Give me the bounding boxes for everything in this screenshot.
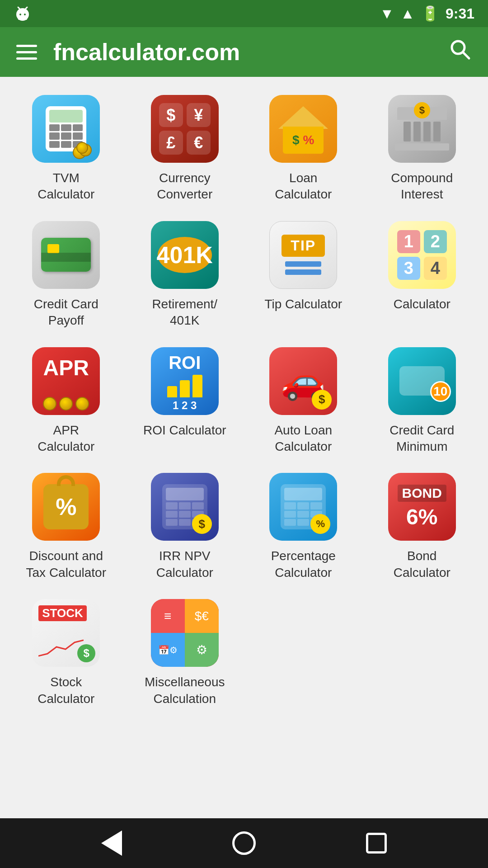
- time-display: 9:31: [446, 5, 474, 22]
- tip-icon: TIP: [269, 221, 337, 289]
- calc-label: Calculator: [394, 296, 450, 312]
- misc-calculation-item[interactable]: ≡ $€ 📅⚙ ⚙ MiscellaneousCalculation: [128, 594, 242, 712]
- cc-payoff-label: Credit CardPayoff: [34, 296, 99, 329]
- svg-line-7: [463, 52, 469, 58]
- currency-icon: $ ¥ £ €: [151, 95, 219, 163]
- retirement-label: Retirement/401K: [152, 296, 217, 329]
- recents-button[interactable]: [361, 827, 392, 859]
- auto-loan-item[interactable]: 🚗 $ Auto LoanCalculator: [246, 343, 361, 460]
- app-bar: fncalculator.com: [0, 27, 488, 77]
- currency-label: CurrencyConverter: [157, 170, 212, 203]
- calc-icon: 1 2 3 4: [388, 221, 456, 289]
- retirement-icon: 401K: [151, 221, 219, 289]
- signal-icon: ▲: [400, 5, 415, 22]
- apr-calculator-item[interactable]: APR APRCalculator: [9, 343, 123, 460]
- currency-euro: €: [187, 131, 211, 155]
- retirement-item[interactable]: 401K Retirement/401K: [128, 217, 242, 334]
- compound-icon: $: [388, 95, 456, 163]
- irr-icon: $: [151, 473, 219, 541]
- menu-button[interactable]: [16, 45, 37, 60]
- loan-calculator-item[interactable]: $ % LoanCalculator: [246, 90, 361, 208]
- ccmin-label: Credit CardMinimum: [389, 422, 454, 455]
- stock-calculator-item[interactable]: STOCK $ StockCalculator: [9, 594, 123, 712]
- roi-label: ROI Calculator: [143, 422, 226, 439]
- calculator-item[interactable]: 1 2 3 4 Calculator: [365, 217, 479, 334]
- back-button[interactable]: [96, 827, 127, 859]
- svg-rect-1: [18, 14, 27, 20]
- discount-tax-item[interactable]: % Discount andTax Calculator: [9, 468, 123, 585]
- discount-label: Discount andTax Calculator: [26, 548, 106, 581]
- svg-line-5: [25, 7, 27, 9]
- cc-payoff-icon: [32, 221, 100, 289]
- bond-calculator-item[interactable]: BOND 6% BondCalculator: [365, 468, 479, 585]
- tip-label: Tip Calculator: [264, 296, 342, 312]
- currency-dollar: $: [159, 103, 183, 127]
- loan-icon: $ %: [269, 95, 337, 163]
- ccmin-icon: 10: [388, 347, 456, 415]
- compound-label: CompoundInterest: [391, 170, 453, 203]
- tvm-calculator-item[interactable]: TVMCalculator: [9, 90, 123, 208]
- search-button[interactable]: [448, 38, 472, 66]
- auto-icon: 🚗 $: [269, 347, 337, 415]
- stock-label: StockCalculator: [38, 674, 94, 707]
- pct-icon: %: [269, 473, 337, 541]
- back-icon: [101, 830, 122, 856]
- compound-interest-item[interactable]: $ CompoundInterest: [365, 90, 479, 208]
- irr-npv-item[interactable]: $ IRR NPVCalculator: [128, 468, 242, 585]
- app-title: fncalculator.com: [53, 38, 432, 66]
- svg-point-3: [24, 14, 26, 15]
- apr-icon: APR: [32, 347, 100, 415]
- cc-min-item[interactable]: 10 Credit CardMinimum: [365, 343, 479, 460]
- misc-label: MiscellaneousCalculation: [145, 674, 225, 707]
- svg-line-4: [18, 7, 20, 9]
- home-button[interactable]: [228, 827, 260, 859]
- tvm-label: TVMCalculator: [38, 170, 94, 203]
- discount-icon: %: [32, 473, 100, 541]
- pct-label: PercentageCalculator: [271, 548, 336, 581]
- roi-calculator-item[interactable]: ROI 1 2 3 ROI Calculator: [128, 343, 242, 460]
- percentage-calculator-item[interactable]: % PercentageCalculator: [246, 468, 361, 585]
- irr-label: IRR NPVCalculator: [156, 548, 213, 581]
- bond-label: BondCalculator: [394, 548, 450, 581]
- status-right: ▼ ▲ 🔋 9:31: [380, 5, 474, 22]
- navigation-bar: [0, 818, 488, 868]
- home-icon: [232, 831, 256, 855]
- loan-label: LoanCalculator: [275, 170, 332, 203]
- recents-icon: [366, 833, 387, 854]
- stock-icon: STOCK $: [32, 599, 100, 667]
- wifi-icon: ▼: [380, 5, 394, 22]
- currency-pound: £: [159, 131, 183, 155]
- tip-calculator-item[interactable]: TIP Tip Calculator: [246, 217, 361, 334]
- svg-point-2: [19, 14, 21, 15]
- apr-label: APRCalculator: [38, 422, 94, 455]
- android-icon: [14, 5, 32, 23]
- auto-label: Auto LoanCalculator: [274, 422, 332, 455]
- status-left: [14, 5, 32, 23]
- tvm-icon: [32, 95, 100, 163]
- misc-icon: ≡ $€ 📅⚙ ⚙: [151, 599, 219, 667]
- roi-icon: ROI 1 2 3: [151, 347, 219, 415]
- currency-converter-item[interactable]: $ ¥ £ € CurrencyConverter: [128, 90, 242, 208]
- currency-yen: ¥: [187, 103, 211, 127]
- calculator-grid: TVMCalculator $ ¥ £ € CurrencyConverter …: [0, 77, 488, 818]
- status-bar: ▼ ▲ 🔋 9:31: [0, 0, 488, 27]
- battery-icon: 🔋: [421, 5, 439, 22]
- credit-card-payoff-item[interactable]: Credit CardPayoff: [9, 217, 123, 334]
- bond-icon: BOND 6%: [388, 473, 456, 541]
